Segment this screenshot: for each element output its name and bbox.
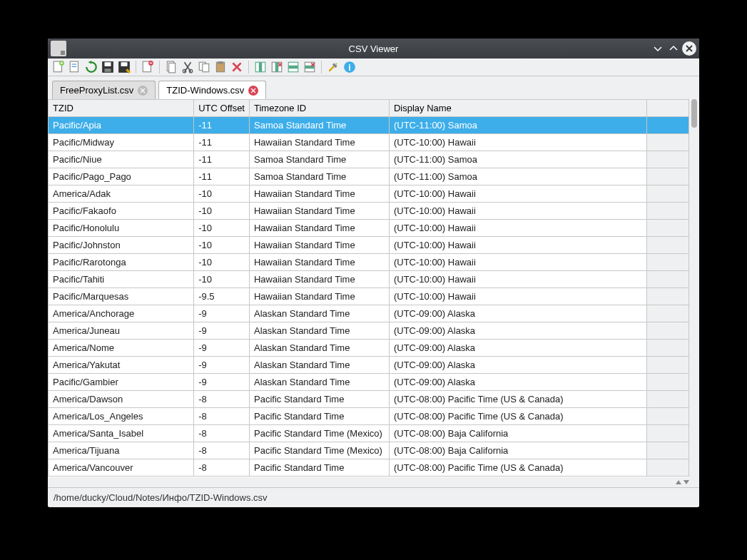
table-row[interactable]: Pacific/Honolulu-10Hawaiian Standard Tim… (49, 220, 689, 237)
cell-display[interactable]: (UTC-09:00) Alaska (389, 340, 646, 357)
data-grid[interactable]: TZIDUTC OffsetTimezone IDDisplay Name Pa… (48, 99, 689, 477)
vertical-scrollbar[interactable] (689, 99, 699, 477)
cell-display[interactable]: (UTC-10:00) Hawaii (389, 254, 646, 271)
column-header[interactable]: Timezone ID (249, 100, 389, 117)
open-file-icon[interactable] (68, 61, 81, 73)
cell-display[interactable]: (UTC-08:00) Baja California (389, 425, 646, 442)
table-row[interactable]: Pacific/Gambier-9Alaskan Standard Time(U… (49, 374, 689, 391)
cell-offset[interactable]: -8 (194, 408, 250, 425)
cell-tzname[interactable]: Hawaiian Standard Time (249, 271, 389, 288)
cell-offset[interactable]: -10 (194, 185, 250, 203)
cell-tzid[interactable]: America/Adak (49, 185, 194, 203)
cell-tzid[interactable]: America/Nome (49, 340, 194, 357)
cell-offset[interactable]: -11 (194, 151, 250, 168)
table-row[interactable]: Pacific/Apia-11Samoa Standard Time(UTC-1… (49, 117, 689, 134)
table-row[interactable]: America/Tijuana-8Pacific Standard Time (… (49, 442, 689, 459)
info-icon[interactable]: i (343, 61, 356, 73)
save-icon[interactable] (101, 61, 114, 73)
cell-display[interactable]: (UTC-10:00) Hawaii (389, 237, 646, 254)
cell-tzid[interactable]: America/Los_Angeles (49, 408, 194, 425)
cell-display[interactable]: (UTC-08:00) Pacific Time (US & Canada) (389, 391, 646, 408)
cell-offset[interactable]: -9 (194, 305, 250, 322)
cell-display[interactable]: (UTC-08:00) Baja California (389, 442, 646, 459)
tab-close-icon[interactable] (138, 86, 148, 96)
cell-tzid[interactable]: America/Tijuana (49, 442, 194, 459)
tab-0[interactable]: FreeProxyList.csv (52, 81, 156, 99)
save-as-icon[interactable] (118, 61, 131, 73)
cell-display[interactable]: (UTC-08:00) Pacific Time (US & Canada) (389, 459, 646, 477)
cell-tzname[interactable]: Hawaiian Standard Time (249, 254, 389, 271)
cell-tzname[interactable]: Pacific Standard Time (Mexico) (249, 442, 389, 459)
cell-display[interactable]: (UTC-09:00) Alaska (389, 322, 646, 340)
table-row[interactable]: America/Dawson-8Pacific Standard Time(UT… (49, 391, 689, 408)
duplicate-icon[interactable] (198, 61, 210, 73)
cell-tzname[interactable]: Hawaiian Standard Time (249, 237, 389, 254)
cell-tzid[interactable]: America/Yakutat (49, 357, 194, 374)
delete-row-icon[interactable] (303, 61, 316, 73)
table-row[interactable]: America/Anchorage-9Alaskan Standard Time… (49, 305, 689, 322)
cell-tzid[interactable]: Pacific/Marquesas (49, 288, 194, 305)
cell-tzname[interactable]: Samoa Standard Time (249, 151, 389, 168)
cell-tzid[interactable]: America/Juneau (49, 322, 194, 340)
cell-tzid[interactable]: Pacific/Niue (49, 151, 194, 168)
cell-tzname[interactable]: Alaskan Standard Time (249, 357, 389, 374)
minimize-button[interactable] (651, 41, 665, 56)
copy-icon[interactable] (165, 61, 178, 73)
cell-offset[interactable]: -9 (194, 357, 250, 374)
close-tab-icon[interactable] (141, 61, 154, 73)
cell-display[interactable]: (UTC-10:00) Hawaii (389, 185, 646, 203)
cell-tzid[interactable]: Pacific/Honolulu (49, 220, 194, 237)
cell-tzname[interactable]: Alaskan Standard Time (249, 322, 389, 340)
cell-display[interactable]: (UTC-10:00) Hawaii (389, 288, 646, 305)
table-row[interactable]: Pacific/Pago_Pago-11Samoa Standard Time(… (49, 168, 689, 185)
cell-offset[interactable]: -8 (194, 391, 250, 408)
table-row[interactable]: Pacific/Fakaofo-10Hawaiian Standard Time… (49, 203, 689, 220)
delete-column-icon[interactable] (270, 61, 283, 73)
cell-tzname[interactable]: Samoa Standard Time (249, 117, 389, 134)
cell-tzid[interactable]: Pacific/Johnston (49, 237, 194, 254)
cell-display[interactable]: (UTC-09:00) Alaska (389, 305, 646, 322)
cell-tzname[interactable]: Hawaiian Standard Time (249, 288, 389, 305)
paste-icon[interactable] (214, 61, 227, 73)
table-row[interactable]: America/Yakutat-9Alaskan Standard Time(U… (49, 357, 689, 374)
table-row[interactable]: Pacific/Johnston-10Hawaiian Standard Tim… (49, 237, 689, 254)
cell-tzname[interactable]: Alaskan Standard Time (249, 340, 389, 357)
cell-offset[interactable]: -11 (194, 134, 250, 151)
horizontal-scrollbar[interactable] (48, 477, 699, 487)
maximize-button[interactable] (666, 41, 681, 56)
new-file-icon[interactable] (52, 61, 65, 73)
table-row[interactable]: America/Santa_Isabel-8Pacific Standard T… (49, 425, 689, 442)
table-row[interactable]: Pacific/Marquesas-9.5Hawaiian Standard T… (49, 288, 689, 305)
table-row[interactable]: America/Nome-9Alaskan Standard Time(UTC-… (49, 340, 689, 357)
table-row[interactable]: America/Vancouver-8Pacific Standard Time… (49, 459, 689, 477)
cell-tzname[interactable]: Hawaiian Standard Time (249, 203, 389, 220)
cell-tzname[interactable]: Pacific Standard Time (249, 391, 389, 408)
tab-close-icon[interactable] (248, 86, 258, 96)
cell-offset[interactable]: -9.5 (194, 288, 250, 305)
cell-tzid[interactable]: America/Dawson (49, 391, 194, 408)
cell-display[interactable]: (UTC-11:00) Samoa (389, 151, 646, 168)
table-row[interactable]: Pacific/Rarotonga-10Hawaiian Standard Ti… (49, 254, 689, 271)
table-row[interactable]: America/Adak-10Hawaiian Standard Time(UT… (49, 185, 689, 203)
cell-tzname[interactable]: Pacific Standard Time (249, 408, 389, 425)
cell-display[interactable]: (UTC-10:00) Hawaii (389, 203, 646, 220)
cell-display[interactable]: (UTC-09:00) Alaska (389, 357, 646, 374)
cell-offset[interactable]: -10 (194, 271, 250, 288)
refresh-icon[interactable] (85, 61, 98, 73)
cell-display[interactable]: (UTC-10:00) Hawaii (389, 220, 646, 237)
cell-tzid[interactable]: Pacific/Rarotonga (49, 254, 194, 271)
cell-offset[interactable]: -10 (194, 237, 250, 254)
scroll-down-arrow-icon[interactable] (684, 480, 689, 484)
cell-display[interactable]: (UTC-10:00) Hawaii (389, 271, 646, 288)
column-header[interactable]: TZID (49, 100, 194, 117)
cell-display[interactable]: (UTC-08:00) Pacific Time (US & Canada) (389, 408, 646, 425)
cell-display[interactable]: (UTC-11:00) Samoa (389, 168, 646, 185)
cell-tzname[interactable]: Pacific Standard Time (Mexico) (249, 425, 389, 442)
cell-tzname[interactable]: Hawaiian Standard Time (249, 220, 389, 237)
cell-tzname[interactable]: Hawaiian Standard Time (249, 185, 389, 203)
cell-offset[interactable]: -9 (194, 340, 250, 357)
cell-display[interactable]: (UTC-11:00) Samoa (389, 117, 646, 134)
cell-tzname[interactable]: Alaskan Standard Time (249, 305, 389, 322)
cell-offset[interactable]: -8 (194, 425, 250, 442)
settings-icon[interactable] (327, 61, 340, 73)
